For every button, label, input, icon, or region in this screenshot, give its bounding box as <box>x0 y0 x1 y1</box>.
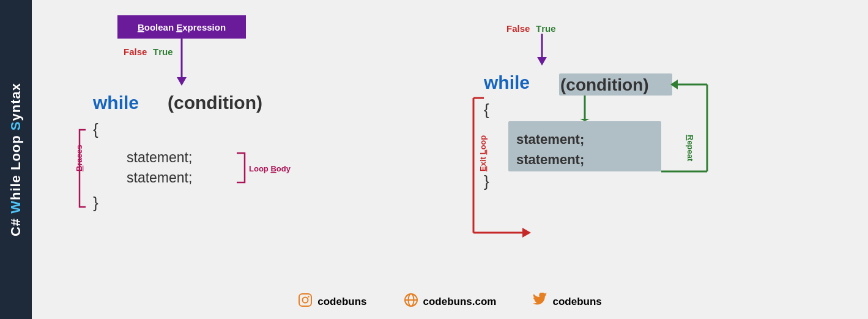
svg-rect-0 <box>299 294 311 306</box>
statement1-right: statement; <box>516 132 584 147</box>
left-diagram-svg: Boolean Expression False True while <box>56 12 432 276</box>
footer: codebuns codebuns.com co <box>32 284 868 319</box>
footer-globe: codebuns.com <box>404 293 497 310</box>
loop-body-label: Loop Body <box>249 164 291 173</box>
close-brace-left: } <box>93 193 98 212</box>
diagrams-area: Boolean Expression False True while <box>32 0 868 284</box>
right-diagram: False True while (condition) <box>469 12 844 278</box>
svg-point-1 <box>303 298 308 303</box>
footer-instagram-text: codebuns <box>317 296 366 308</box>
repeat-label: Repeat <box>686 135 695 162</box>
main-container: C# While Loop Syntax Boolean Expression … <box>0 0 868 319</box>
statement2-left: statement; <box>127 170 192 186</box>
statement2-right: statement; <box>516 152 584 167</box>
footer-instagram: codebuns <box>298 293 366 310</box>
globe-icon <box>404 293 418 310</box>
instagram-icon <box>298 293 313 310</box>
true-label-right: True <box>536 23 556 34</box>
condition-text-right: (condition) <box>560 75 649 94</box>
bool-box-text: Boolean Expression <box>138 22 226 32</box>
while-condition-left: (condition) <box>168 92 262 113</box>
true-label-left: True <box>153 47 173 57</box>
red-arrow-head <box>522 228 531 238</box>
content-area: Boolean Expression False True while <box>32 0 868 319</box>
close-brace-right: } <box>484 172 489 190</box>
bool-arrow-head <box>177 77 187 86</box>
purple-arrow-head-right <box>537 57 547 66</box>
open-brace-right: { <box>484 100 489 119</box>
loop-body-bracket <box>237 153 245 182</box>
braces-label: Braces <box>75 145 84 171</box>
left-diagram: Boolean Expression False True while <box>56 12 432 278</box>
exit-loop-label: Exit Loop <box>478 135 488 171</box>
while-keyword-right: while <box>483 72 530 92</box>
green-down-arrow-head <box>580 119 590 121</box>
open-brace-left: { <box>93 120 98 138</box>
svg-point-2 <box>308 296 310 297</box>
while-keyword-left: while <box>92 92 139 113</box>
sidebar-text: C# While Loop Syntax <box>8 83 24 236</box>
footer-globe-text: codebuns.com <box>423 296 497 308</box>
false-label-right: False <box>506 23 530 34</box>
footer-twitter-text: codebuns <box>552 296 601 308</box>
sidebar: C# While Loop Syntax <box>0 0 32 319</box>
statement1-left: statement; <box>127 149 192 165</box>
footer-twitter: codebuns <box>533 293 601 310</box>
false-label-left: False <box>124 47 147 57</box>
right-diagram-svg: False True while (condition) <box>469 12 844 276</box>
twitter-icon <box>533 293 547 310</box>
